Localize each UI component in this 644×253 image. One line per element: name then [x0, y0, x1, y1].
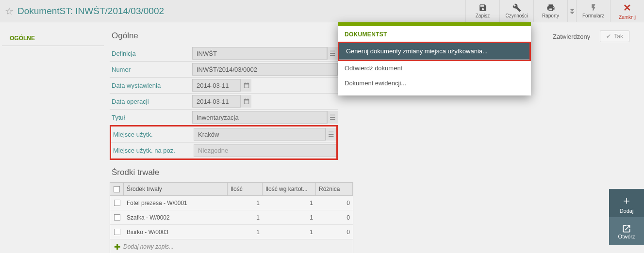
plus-icon: ＋: [621, 193, 632, 208]
wrench-icon: [512, 3, 522, 12]
lightning-icon: [589, 3, 598, 12]
dropdown-item-generate[interactable]: Generuj dokumenty zmiany miejsca użytkow…: [339, 43, 529, 59]
th-name[interactable]: Środek trwały: [124, 183, 228, 195]
form-button[interactable]: Formularz: [576, 0, 610, 22]
save-button[interactable]: Zapisz: [465, 0, 499, 22]
th-qty[interactable]: Ilość: [228, 183, 263, 195]
checkbox-icon[interactable]: [114, 214, 120, 221]
close-icon: ✕: [623, 2, 631, 14]
favorite-star-icon[interactable]: ☆: [5, 5, 14, 17]
close-button[interactable]: ✕ Zamknij: [610, 0, 644, 22]
list-icon[interactable]: ☰: [327, 47, 338, 60]
cell-name: Fotel prezesa - W/0001: [124, 200, 228, 206]
sidebar-tab-general[interactable]: OGÓLNE: [2, 31, 104, 46]
th-diff[interactable]: Różnica: [316, 183, 353, 195]
reports-label: Raporty: [542, 13, 559, 18]
toolbar: Zapisz Czynności Raporty Formularz ✕ Zam…: [465, 0, 644, 22]
row-checkbox[interactable]: [110, 200, 124, 206]
table-row[interactable]: Fotel prezesa - W/0001110: [110, 196, 353, 210]
cell-qty-card: 1: [263, 200, 316, 206]
row-checkbox[interactable]: [110, 229, 124, 235]
input-tytul[interactable]: Inwentaryzacja: [192, 111, 327, 124]
page-title: DokumentST: INWŚT/2014/03/0002: [17, 6, 164, 16]
input-miejsce-poz[interactable]: Niezgodne: [194, 144, 336, 157]
cell-diff: 0: [316, 200, 353, 206]
printer-icon: [546, 3, 556, 12]
plus-icon: ✚: [114, 242, 120, 252]
table-body: Fotel prezesa - W/0001110Szafka - W/0002…: [110, 196, 353, 239]
input-numer[interactable]: INWŚT/2014/03/0002: [192, 63, 338, 76]
reports-button[interactable]: Raporty: [533, 0, 567, 22]
cell-qty-card: 1: [263, 214, 316, 221]
checkbox-icon[interactable]: [114, 229, 120, 235]
form-label: Formularz: [582, 13, 604, 18]
status-button[interactable]: ✔ Tak: [600, 31, 629, 42]
assets-table: Środki trwałe Środek trwały Ilość Ilość …: [110, 167, 644, 253]
open-label: Otwórz: [618, 234, 635, 239]
body: OGÓLNE Ogólne Zatwierdzony ✔ Tak Definic…: [0, 22, 644, 253]
save-label: Zapisz: [476, 13, 490, 18]
status-label: Zatwierdzony: [553, 33, 590, 40]
row-numer: Numer INWŚT/2014/03/0002: [110, 62, 338, 78]
row-data-wyst: Data wystawienia 2014-03-11: [110, 78, 338, 94]
dropdown-item-unapprove[interactable]: Odtwierdź dokument: [338, 61, 531, 76]
toolbar-dropdown-sep[interactable]: [567, 0, 576, 22]
table-row[interactable]: Szafka - W/0002110: [110, 210, 353, 225]
actions-label: Czynności: [505, 13, 528, 18]
dropdown-header: DOKUMENTST: [338, 26, 531, 42]
header-bar: ☆ DokumentST: INWŚT/2014/03/0002 Zapisz …: [0, 0, 644, 22]
cell-qty: 1: [228, 200, 263, 206]
lbl-data-wyst: Data wystawienia: [110, 82, 192, 89]
row-checkbox[interactable]: [110, 214, 124, 221]
open-icon: [621, 224, 632, 234]
input-definicja[interactable]: INWŚT: [192, 47, 327, 60]
cell-diff: 0: [316, 214, 353, 221]
lbl-miejsce-poz: Miejsce użytk. na poz.: [111, 147, 194, 154]
row-miejsce: Miejsce użytk. Kraków ☰: [111, 126, 336, 142]
add-row-text: Dodaj nowy zapis...: [123, 243, 174, 250]
assets-title: Środki trwałe: [110, 167, 644, 182]
th-qty-card[interactable]: Ilość wg kartot...: [263, 183, 316, 195]
checkbox-icon[interactable]: [114, 200, 120, 206]
highlighted-fields: Miejsce użytk. Kraków ☰ Miejsce użytk. n…: [110, 125, 338, 160]
input-data-oper[interactable]: 2014-03-11: [192, 95, 241, 108]
close-label: Zamknij: [619, 15, 636, 20]
add-button[interactable]: ＋ Dodaj: [609, 189, 644, 217]
table-header: Środek trwały Ilość Ilość wg kartot... R…: [110, 182, 353, 196]
cell-qty-card: 1: [263, 229, 316, 236]
right-action-bar: ＋ Dodaj Otwórz: [609, 189, 644, 245]
sidebar: OGÓLNE: [0, 22, 106, 253]
general-panel-title: Ogólne: [110, 27, 338, 46]
add-row[interactable]: ✚ Dodaj nowy zapis...: [110, 239, 353, 253]
input-data-wyst[interactable]: 2014-03-11: [192, 79, 241, 92]
lbl-miejsce: Miejsce użytk.: [111, 131, 194, 138]
cell-qty: 1: [228, 214, 263, 221]
actions-button[interactable]: Czynności: [499, 0, 533, 22]
row-definicja: Definicja INWŚT ☰: [110, 46, 338, 62]
save-icon: [478, 3, 488, 12]
cell-name: Biurko - W/0003: [124, 229, 228, 236]
check-icon: ✔: [606, 33, 611, 40]
add-label: Dodaj: [620, 208, 634, 214]
list-icon[interactable]: ☰: [327, 111, 338, 124]
input-miejsce[interactable]: Kraków: [194, 128, 326, 141]
row-miejsce-poz: Miejsce użytk. na poz. Niezgodne: [111, 142, 336, 158]
form: Definicja INWŚT ☰ Numer INWŚT/2014/03/00…: [110, 46, 338, 160]
status-area: Zatwierdzony ✔ Tak: [553, 31, 644, 42]
table-row[interactable]: Biurko - W/0003110: [110, 225, 353, 239]
list-icon[interactable]: ☰: [326, 128, 336, 141]
status-value: Tak: [614, 33, 623, 40]
header-left: ☆ DokumentST: INWŚT/2014/03/0002: [0, 5, 465, 17]
cell-name: Szafka - W/0002: [124, 214, 228, 221]
th-checkbox[interactable]: [110, 183, 124, 195]
cell-qty: 1: [228, 229, 263, 236]
checkbox-icon[interactable]: [114, 186, 120, 192]
lbl-data-oper: Data operacji: [110, 98, 192, 105]
calendar-icon[interactable]: [241, 95, 251, 108]
calendar-icon[interactable]: [241, 79, 251, 92]
open-button[interactable]: Otwórz: [609, 217, 644, 245]
dropdown-accent: [338, 22, 531, 26]
row-data-oper: Data operacji 2014-03-11: [110, 94, 338, 110]
dropdown-item-evidence[interactable]: Dokument ewidencji...: [338, 76, 531, 91]
lbl-numer: Numer: [110, 66, 192, 73]
